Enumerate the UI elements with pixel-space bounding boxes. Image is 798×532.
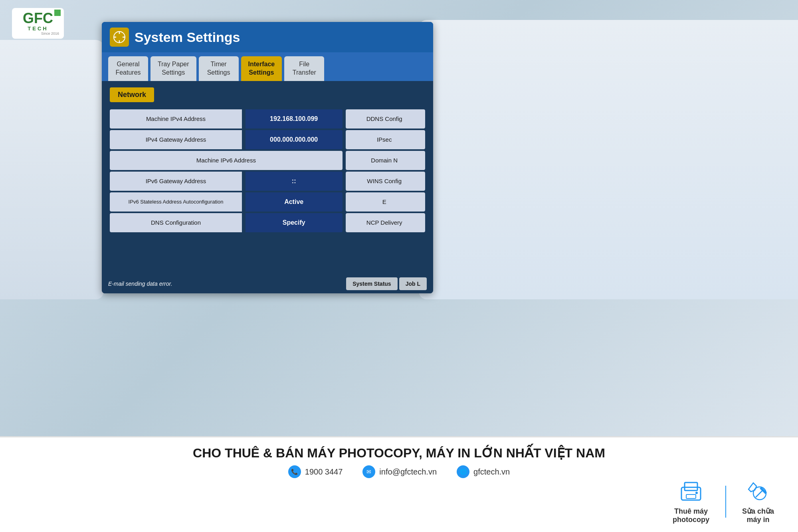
row-right-ddns[interactable]: DDNS Config [346,109,425,129]
contact-website: 🌐 gfctech.vn [457,465,510,478]
row-label-ipv4-gateway: IPv4 Gateway Address [110,130,242,149]
tab-tray-paper-settings[interactable]: Tray Paper Settings [150,56,196,81]
email-icon: ✉ [362,465,375,478]
row-label-ipv6-gateway: IPv6 Gateway Address [110,172,242,191]
row-label-ipv4-address: Machine IPv4 Address [110,109,242,129]
row-value-ipv4-address[interactable]: 192.168.100.099 [246,109,343,129]
row-right-ncp[interactable]: NCP Delivery [346,213,425,232]
settings-icon [110,28,129,47]
table-row: Machine IPv6 Address Domain N [110,151,425,170]
status-bar: E-mail sending data error. System Status… [102,274,433,293]
contact-email: ✉ info@gfctech.vn [362,465,437,478]
row-value-ipv6-gateway[interactable]: :: [246,172,343,191]
phone-icon: 📞 [288,465,301,478]
repair-icon [745,479,771,504]
svg-rect-7 [685,483,697,490]
row-right-wins[interactable]: WINS Config [346,172,425,191]
row-value-dns[interactable]: Specify [246,213,343,232]
service-photocopy-label: Thuê máy photocopy [673,507,709,524]
machine-left-panel [0,40,104,299]
logo-dot [54,10,61,16]
logo-gfc: GFC [23,11,53,26]
service-divider [725,486,726,518]
email-address: info@gfctech.vn [379,467,437,477]
row-label-dns: DNS Configuration [110,213,242,232]
row-value-ipv6-stateless[interactable]: Active [246,192,343,212]
svg-rect-8 [686,494,696,498]
banner-services: Thuê máy photocopy Sửa chữa máy in [673,479,774,524]
content-area: Network Machine IPv4 Address 192.168.100… [102,81,433,240]
bottom-banner: CHO THUÊ & BÁN MÁY PHOTOCOPY, MÁY IN LỚN… [0,436,798,532]
table-row: DNS Configuration Specify NCP Delivery [110,213,425,232]
contact-phone: 📞 1900 3447 [288,465,343,478]
row-right-e[interactable]: E [346,192,425,212]
logo: GFC TECH Since 2016 [12,8,64,44]
photocopy-icon [678,479,704,505]
tab-timer-settings[interactable]: Timer Settings [199,56,239,81]
table-row: Machine IPv4 Address 192.168.100.099 DDN… [110,109,425,129]
logo-tech: TECH [28,26,48,32]
system-status-button[interactable]: System Status [346,277,397,290]
screen-title: System Settings [135,30,240,45]
website-url: gfctech.vn [473,467,510,477]
tab-general-features[interactable]: General Features [108,56,148,81]
table-row: IPv4 Gateway Address 000.000.000.000 IPs… [110,130,425,149]
system-settings-screen: System Settings General Features Tray Pa… [102,22,433,293]
service-photocopy: Thuê máy photocopy [673,479,709,524]
settings-table: Machine IPv4 Address 192.168.100.099 DDN… [110,108,425,234]
table-row: IPv6 Gateway Address :: WINS Config [110,172,425,191]
phone-number: 1900 3447 [305,467,343,477]
service-repair: Sửa chữa máy in [742,479,774,524]
tabs-container: General Features Tray Paper Settings Tim… [102,52,433,81]
job-log-button[interactable]: Job L [399,277,427,290]
row-value-ipv4-gateway[interactable]: 000.000.000.000 [246,130,343,149]
service-repair-label: Sửa chữa máy in [742,507,774,524]
svg-point-1 [117,35,122,40]
web-icon: 🌐 [457,465,469,478]
machine-right-panel [419,20,798,299]
table-row: IPv6 Stateless Address Autoconfiguration… [110,192,425,212]
row-right-ipsec[interactable]: IPsec [346,130,425,149]
error-text: E-mail sending data error. [108,281,172,287]
logo-since: Since 2016 [17,32,59,36]
row-label-ipv6-address: Machine IPv6 Address [110,151,343,170]
row-label-ipv6-stateless: IPv6 Stateless Address Autoconfiguration [110,192,242,212]
status-buttons: System Status Job L [346,277,427,290]
banner-headline: CHO THUÊ & BÁN MÁY PHOTOCOPY, MÁY IN LỚN… [0,437,798,465]
svg-point-9 [695,492,698,494]
screen-header: System Settings [102,22,433,52]
row-right-domain[interactable]: Domain N [346,151,425,170]
tab-interface-settings[interactable]: Interface Settings [241,56,282,81]
network-label: Network [110,87,154,102]
tab-file-transfer[interactable]: File Transfer [284,56,324,81]
